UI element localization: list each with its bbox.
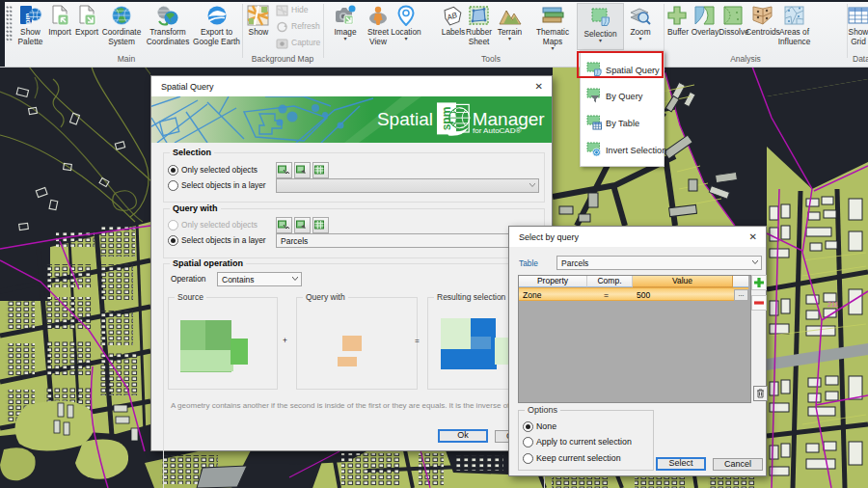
svg-text:211: 211 xyxy=(827,301,838,308)
svg-text:for AutoCAD®: for AutoCAD® xyxy=(473,126,521,135)
svg-text:spm: spm xyxy=(440,107,453,131)
svg-text:Spatial: Spatial xyxy=(377,109,433,129)
